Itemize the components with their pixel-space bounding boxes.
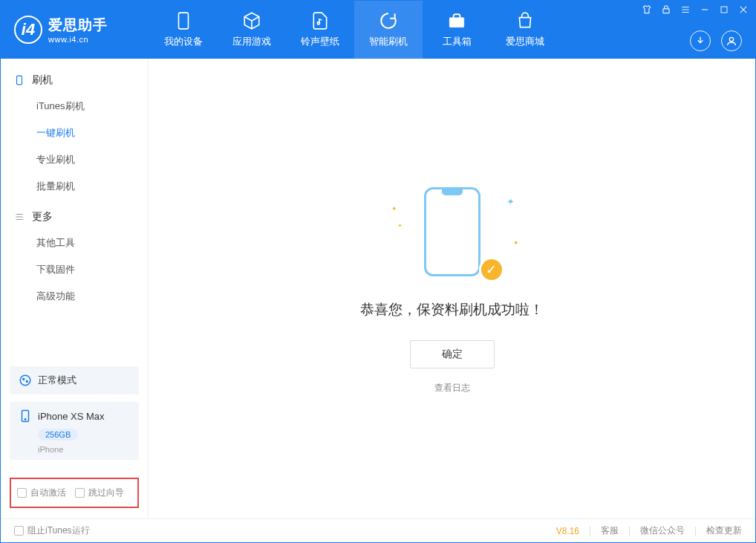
tab-label: 铃声壁纸 <box>301 35 339 48</box>
tab-label: 智能刷机 <box>369 35 408 48</box>
status-mode[interactable]: 正常模式 <box>10 366 139 394</box>
sidebar-item-advanced[interactable]: 高级功能 <box>1 283 148 310</box>
window-controls <box>641 4 749 16</box>
sidebar-item-pro-flash[interactable]: 专业刷机 <box>1 146 148 173</box>
footer: 阻止iTunes运行 V8.16 客服 微信公众号 检查更新 <box>1 518 755 542</box>
footer-wechat-link[interactable]: 微信公众号 <box>640 524 685 537</box>
sidebar-group-more: 更多 <box>1 204 148 230</box>
cube-icon <box>242 11 261 30</box>
close-icon[interactable] <box>737 4 749 16</box>
tab-toolbox[interactable]: 工具箱 <box>423 1 491 59</box>
device-storage-badge: 256GB <box>38 429 78 440</box>
device-type: iPhone <box>38 445 130 454</box>
phone-icon <box>174 11 193 30</box>
checkbox-icon <box>17 488 27 498</box>
download-icon[interactable] <box>690 30 711 51</box>
svg-point-5 <box>729 37 733 41</box>
svg-rect-0 <box>179 13 189 29</box>
checkbox-block-itunes[interactable]: 阻止iTunes运行 <box>14 524 90 537</box>
minimize-icon[interactable] <box>699 4 711 16</box>
sidebar-item-oneclick-flash[interactable]: 一键刷机 <box>1 120 148 146</box>
tab-ringtones-wallpapers[interactable]: 铃声壁纸 <box>286 1 354 59</box>
tab-my-device[interactable]: 我的设备 <box>149 1 218 59</box>
sidebar-item-itunes-flash[interactable]: iTunes刷机 <box>1 93 148 120</box>
user-icon[interactable] <box>721 30 742 51</box>
success-title: 恭喜您，保资料刷机成功啦！ <box>360 300 544 319</box>
svg-point-11 <box>25 419 26 420</box>
refresh-gear-icon <box>379 11 398 30</box>
sidebar: 刷机 iTunes刷机 一键刷机 专业刷机 批量刷机 更多 其他工具 下 <box>1 59 149 518</box>
version-label: V8.16 <box>556 526 579 536</box>
music-file-icon <box>310 11 330 30</box>
success-illustration: ✓ ✦ ✦ ✦ <box>408 183 497 279</box>
success-check-icon: ✓ <box>479 257 504 282</box>
checkbox-icon <box>75 488 85 498</box>
tab-label: 工具箱 <box>443 35 472 48</box>
app-header: i4 爱思助手 www.i4.cn 我的设备 应用游戏 <box>1 1 755 59</box>
tab-apps-games[interactable]: 应用游戏 <box>218 1 286 59</box>
checkbox-icon <box>14 526 24 536</box>
svg-point-7 <box>20 375 30 386</box>
logo-icon: i4 <box>14 16 42 44</box>
svg-rect-4 <box>721 7 727 13</box>
app-subtitle: www.i4.cn <box>48 35 108 44</box>
device-card[interactable]: iPhone XS Max 256GB iPhone <box>10 402 139 460</box>
maximize-icon[interactable] <box>718 4 730 16</box>
device-name: iPhone XS Max <box>38 411 105 422</box>
checkbox-auto-activate[interactable]: 自动激活 <box>17 487 66 499</box>
sidebar-group-flash: 刷机 <box>1 68 148 93</box>
shirt-icon[interactable] <box>641 4 653 16</box>
menu-icon[interactable] <box>680 4 691 16</box>
tab-label: 我的设备 <box>164 35 203 48</box>
main-content: ✓ ✦ ✦ ✦ 恭喜您，保资料刷机成功啦！ 确定 查看日志 <box>149 59 755 518</box>
svg-point-1 <box>317 22 319 25</box>
svg-point-8 <box>22 378 25 380</box>
sidebar-item-other-tools[interactable]: 其他工具 <box>1 230 148 256</box>
footer-check-update-link[interactable]: 检查更新 <box>706 524 742 537</box>
view-log-link[interactable]: 查看日志 <box>434 382 470 394</box>
logo-area: i4 爱思助手 www.i4.cn <box>1 1 149 59</box>
toolbox-icon <box>447 11 466 30</box>
footer-support-link[interactable]: 客服 <box>601 524 619 537</box>
device-icon <box>14 75 25 85</box>
highlighted-options-box: 自动激活 跳过向导 <box>10 478 139 508</box>
app-title: 爱思助手 <box>48 16 108 35</box>
sidebar-item-download-firmware[interactable]: 下载固件 <box>1 256 148 283</box>
svg-rect-6 <box>17 76 22 85</box>
svg-rect-3 <box>663 9 669 13</box>
tab-label: 爱思商城 <box>506 35 544 48</box>
tab-label: 应用游戏 <box>232 35 271 48</box>
status-mode-icon <box>19 374 32 387</box>
tab-store[interactable]: 爱思商城 <box>491 1 559 59</box>
svg-rect-2 <box>449 18 464 27</box>
sidebar-item-batch-flash[interactable]: 批量刷机 <box>1 173 148 200</box>
confirm-button[interactable]: 确定 <box>410 340 495 368</box>
bag-icon <box>515 11 535 30</box>
tab-smart-flash[interactable]: 智能刷机 <box>354 1 423 59</box>
lock-icon[interactable] <box>660 4 672 16</box>
device-phone-icon <box>19 409 32 423</box>
list-icon <box>14 212 25 222</box>
svg-point-9 <box>26 380 28 383</box>
checkbox-skip-guide[interactable]: 跳过向导 <box>75 487 124 499</box>
